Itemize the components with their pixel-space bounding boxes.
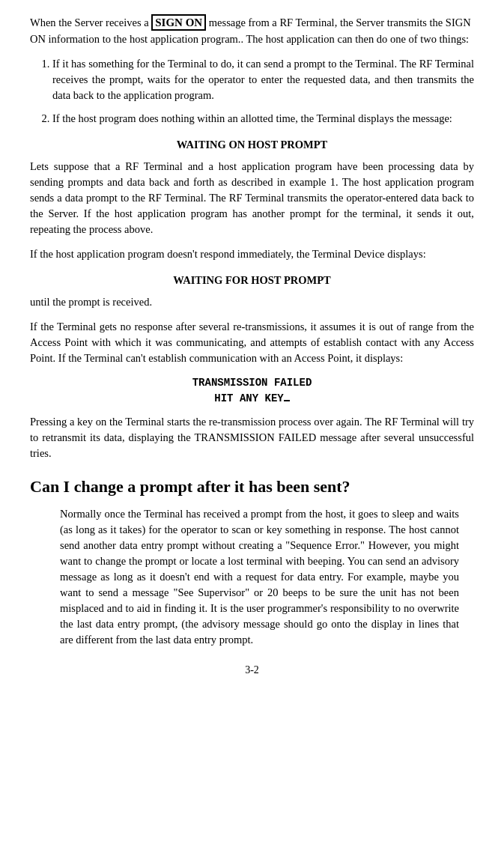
- waiting-on-host-prompt-body: Lets suppose that a RF Terminal and a ho…: [30, 159, 474, 237]
- page-number: 3-2: [30, 663, 474, 678]
- transmission-failed-line2: HIT ANY KEY: [30, 391, 474, 407]
- transmission-failed-line1: TRANSMISSION FAILED: [30, 375, 474, 391]
- list-item-2: If the host program does nothing within …: [52, 111, 474, 127]
- waiting-on-host-prompt-heading: WAITING ON HOST PROMPT: [30, 137, 474, 153]
- transmission-failed-intro: If the Terminal gets no response after s…: [30, 319, 474, 366]
- sign-on-text: SIGN ON: [151, 14, 206, 31]
- intro-text-before: When the Server receives a: [30, 16, 151, 28]
- cursor-icon: [284, 400, 290, 401]
- section-body: Normally once the Terminal has received …: [60, 506, 459, 648]
- transmission-failed-body: Pressing a key on the Terminal starts th…: [30, 414, 474, 461]
- intro-paragraph: When the Server receives a SIGN ON messa…: [30, 15, 474, 47]
- waiting-for-host-prompt-heading: WAITING FOR HOST PROMPT: [30, 273, 474, 288]
- section-heading: Can I change a prompt after it has been …: [30, 475, 474, 499]
- waiting-for-host-after: until the prompt is received.: [30, 294, 474, 310]
- transmission-failed-display: TRANSMISSION FAILED HIT ANY KEY: [30, 375, 474, 407]
- waiting-for-host-intro: If the host application program doesn't …: [30, 246, 474, 262]
- list-item-1: If it has something for the Terminal to …: [52, 56, 474, 103]
- options-list: If it has something for the Terminal to …: [52, 56, 474, 127]
